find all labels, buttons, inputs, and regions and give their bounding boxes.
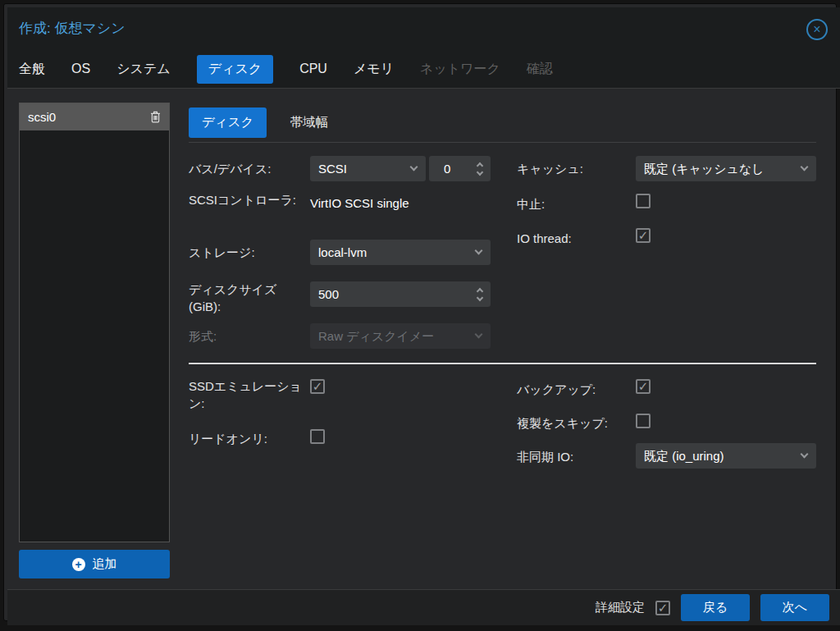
- check-icon: ✓: [658, 602, 669, 614]
- check-icon: ✓: [313, 381, 323, 392]
- advanced-settings-label: 詳細設定: [596, 600, 645, 615]
- tab-network: ネットワーク: [420, 61, 500, 78]
- cache-label: キャッシュ:: [517, 160, 630, 177]
- disk-subtabs: ディスク 帯域幅: [189, 107, 328, 138]
- format-select-value: Raw ディスクイメー: [310, 323, 491, 349]
- close-icon[interactable]: ×: [806, 19, 828, 40]
- tab-disks[interactable]: ディスク: [197, 55, 274, 84]
- tab-system[interactable]: システム: [116, 61, 171, 78]
- dialog-footer: 詳細設定 ✓ 戻る 次へ: [7, 589, 840, 625]
- tab-confirm: 確認: [527, 61, 553, 78]
- read-only-label: リードオンリ:: [189, 430, 305, 447]
- disk-size-value: 500: [310, 281, 491, 307]
- format-select: Raw ディスクイメー: [310, 323, 491, 349]
- ssd-emulation-checkbox[interactable]: ✓: [310, 379, 325, 394]
- check-icon: ✓: [638, 381, 649, 392]
- backup-checkbox[interactable]: ✓: [636, 379, 651, 394]
- disk-list-item-scsi0[interactable]: scsi0: [20, 103, 169, 130]
- async-io-label: 非同期 IO:: [517, 448, 632, 465]
- tab-os[interactable]: OS: [71, 62, 90, 76]
- device-number-value: 0: [429, 156, 491, 181]
- plus-icon: +: [72, 558, 85, 571]
- backup-label: バックアップ:: [517, 381, 632, 398]
- storage-label: ストレージ:: [189, 244, 305, 261]
- cache-select[interactable]: 既定 (キャッシュなし: [636, 156, 816, 181]
- device-number-stepper[interactable]: 0: [429, 156, 491, 181]
- discard-label: 中止:: [517, 195, 630, 213]
- skip-replication-label: 複製をスキップ:: [517, 414, 632, 432]
- subtab-bandwidth[interactable]: 帯域幅: [290, 114, 328, 131]
- subtab-divider: [189, 142, 816, 143]
- async-io-select-value: 既定 (io_uring): [636, 443, 816, 469]
- next-button[interactable]: 次へ: [760, 594, 829, 621]
- trash-icon[interactable]: [150, 111, 161, 123]
- create-vm-dialog: 作成: 仮想マシン × 全般 OS システム ディスク CPU メモリ ネットワ…: [3, 3, 837, 621]
- discard-checkbox[interactable]: ✓: [636, 194, 651, 208]
- tab-cpu[interactable]: CPU: [299, 62, 327, 76]
- bus-select-value: SCSI: [310, 156, 426, 181]
- back-button[interactable]: 戻る: [681, 594, 750, 621]
- advanced-section-divider: [189, 363, 816, 364]
- wizard-tabbar: 全般 OS システム ディスク CPU メモリ ネットワーク 確認: [7, 50, 840, 89]
- add-disk-button-label: 追加: [93, 556, 117, 572]
- storage-select-value: local-lvm: [310, 240, 491, 265]
- dialog-titlebar: 作成: 仮想マシン ×: [7, 7, 840, 50]
- tab-general[interactable]: 全般: [19, 61, 45, 78]
- bus-device-label: バス/デバイス:: [189, 160, 305, 177]
- cache-select-value: 既定 (キャッシュなし: [636, 156, 816, 181]
- read-only-checkbox[interactable]: ✓: [310, 429, 325, 444]
- check-icon: ✓: [638, 230, 649, 241]
- advanced-settings-checkbox[interactable]: ✓: [655, 601, 670, 615]
- tab-memory[interactable]: メモリ: [354, 61, 394, 78]
- bus-select[interactable]: SCSI: [310, 156, 426, 181]
- add-disk-button[interactable]: + 追加: [19, 550, 170, 578]
- ssd-emulation-label: SSDエミュレーション:: [189, 377, 305, 412]
- scsi-controller-label: SCSIコントローラ:: [189, 191, 305, 208]
- io-thread-label: IO thread:: [517, 230, 630, 247]
- scsi-controller-value: VirtIO SCSI single: [310, 194, 409, 212]
- dialog-title: 作成: 仮想マシン: [19, 19, 126, 38]
- screen: 作成: 仮想マシン × 全般 OS システム ディスク CPU メモリ ネットワ…: [0, 0, 840, 631]
- storage-select[interactable]: local-lvm: [310, 240, 491, 265]
- io-thread-checkbox[interactable]: ✓: [636, 228, 651, 243]
- disk-list-panel: scsi0: [19, 103, 170, 542]
- subtab-disk[interactable]: ディスク: [189, 107, 267, 138]
- disk-size-stepper[interactable]: 500: [310, 281, 491, 307]
- disk-size-label: ディスクサイズ (GiB):: [189, 281, 305, 315]
- async-io-select[interactable]: 既定 (io_uring): [636, 443, 816, 469]
- disk-item-label: scsi0: [28, 110, 56, 124]
- skip-replication-checkbox[interactable]: ✓: [636, 414, 651, 428]
- format-label: 形式:: [189, 327, 305, 345]
